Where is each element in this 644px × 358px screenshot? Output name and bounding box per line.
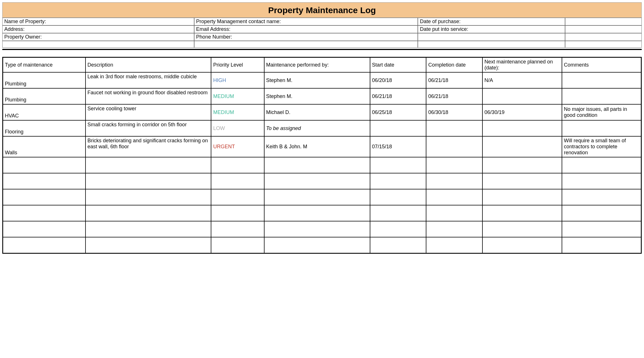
cell-type[interactable] <box>3 205 86 221</box>
cell-completion-date[interactable] <box>426 136 482 157</box>
cell-performed-by[interactable] <box>264 237 370 253</box>
cell-description[interactable]: Bricks deteriorating and significant cra… <box>86 136 211 157</box>
cell-completion-date[interactable] <box>426 205 482 221</box>
cell-performed-by[interactable]: To be assigned <box>264 120 370 136</box>
cell-priority[interactable] <box>211 237 264 253</box>
cell-completion-date[interactable] <box>426 120 482 136</box>
cell-next-maintenance[interactable] <box>482 157 562 173</box>
cell-comments[interactable] <box>562 205 641 221</box>
cell-type[interactable]: Plumbing <box>3 72 86 88</box>
cell-priority[interactable]: MEDIUM <box>211 88 264 104</box>
cell-priority[interactable] <box>211 205 264 221</box>
cell-performed-by[interactable]: Stephen M. <box>264 88 370 104</box>
info-phone[interactable]: Phone Number: <box>194 33 418 41</box>
cell-priority[interactable] <box>211 173 264 189</box>
cell-priority[interactable]: MEDIUM <box>211 104 264 120</box>
cell-comments[interactable] <box>562 189 641 205</box>
cell-comments[interactable] <box>562 157 641 173</box>
cell-completion-date[interactable] <box>426 157 482 173</box>
cell-start-date[interactable] <box>370 189 426 205</box>
cell-start-date[interactable] <box>370 173 426 189</box>
info-blank-1[interactable] <box>565 18 642 25</box>
cell-completion-date[interactable] <box>426 189 482 205</box>
cell-performed-by[interactable] <box>264 157 370 173</box>
cell-next-maintenance[interactable]: N/A <box>482 72 562 88</box>
cell-start-date[interactable] <box>370 205 426 221</box>
cell-next-maintenance[interactable] <box>482 173 562 189</box>
cell-priority[interactable] <box>211 157 264 173</box>
cell-completion-date[interactable] <box>426 237 482 253</box>
cell-priority[interactable]: URGENT <box>211 136 264 157</box>
cell-performed-by[interactable]: Stephen M. <box>264 72 370 88</box>
cell-type[interactable]: Flooring <box>3 120 86 136</box>
info-blank-6[interactable] <box>194 41 418 48</box>
cell-description[interactable] <box>86 157 211 173</box>
cell-next-maintenance[interactable] <box>482 88 562 104</box>
cell-performed-by[interactable] <box>264 189 370 205</box>
cell-comments[interactable]: No major issues, all parts in good condi… <box>562 104 641 120</box>
cell-next-maintenance[interactable] <box>482 205 562 221</box>
cell-start-date[interactable] <box>370 221 426 237</box>
cell-type[interactable] <box>3 157 86 173</box>
cell-type[interactable]: Plumbing <box>3 88 86 104</box>
info-name-of-property[interactable]: Name of Property: <box>2 18 194 25</box>
cell-start-date[interactable] <box>370 157 426 173</box>
cell-description[interactable]: Service cooling tower <box>86 104 211 120</box>
cell-description[interactable] <box>86 221 211 237</box>
info-address[interactable]: Address: <box>2 25 194 33</box>
cell-start-date[interactable]: 06/25/18 <box>370 104 426 120</box>
cell-completion-date[interactable]: 06/21/18 <box>426 72 482 88</box>
cell-start-date[interactable] <box>370 120 426 136</box>
cell-description[interactable]: Leak in 3rd floor male restrooms, middle… <box>86 72 211 88</box>
cell-comments[interactable] <box>562 72 641 88</box>
cell-next-maintenance[interactable] <box>482 221 562 237</box>
cell-type[interactable] <box>3 237 86 253</box>
cell-description[interactable]: Small cracks forming in corridor on 5th … <box>86 120 211 136</box>
cell-performed-by[interactable] <box>264 205 370 221</box>
cell-completion-date[interactable]: 06/21/18 <box>426 88 482 104</box>
cell-priority[interactable]: HIGH <box>211 72 264 88</box>
cell-completion-date[interactable] <box>426 221 482 237</box>
info-blank-8[interactable] <box>565 41 642 48</box>
cell-start-date[interactable]: 06/21/18 <box>370 88 426 104</box>
cell-description[interactable]: Faucet not working in ground floor disab… <box>86 88 211 104</box>
info-blank-2[interactable] <box>565 25 642 33</box>
cell-description[interactable] <box>86 173 211 189</box>
info-date-service[interactable]: Date put into service: <box>418 25 565 33</box>
cell-type[interactable]: HVAC <box>3 104 86 120</box>
cell-comments[interactable]: Will require a small team of contractors… <box>562 136 641 157</box>
cell-performed-by[interactable]: Keith B & John. M <box>264 136 370 157</box>
cell-priority[interactable]: LOW <box>211 120 264 136</box>
cell-comments[interactable] <box>562 221 641 237</box>
cell-comments[interactable] <box>562 237 641 253</box>
cell-next-maintenance[interactable]: 06/30/19 <box>482 104 562 120</box>
cell-priority[interactable] <box>211 189 264 205</box>
cell-next-maintenance[interactable] <box>482 120 562 136</box>
cell-comments[interactable] <box>562 88 641 104</box>
cell-performed-by[interactable]: Michael D. <box>264 104 370 120</box>
cell-type[interactable]: Walls <box>3 136 86 157</box>
cell-start-date[interactable]: 07/15/18 <box>370 136 426 157</box>
cell-completion-date[interactable]: 06/30/18 <box>426 104 482 120</box>
cell-type[interactable] <box>3 189 86 205</box>
cell-performed-by[interactable] <box>264 173 370 189</box>
info-blank-7[interactable] <box>418 41 565 48</box>
cell-next-maintenance[interactable] <box>482 136 562 157</box>
cell-description[interactable] <box>86 237 211 253</box>
info-blank-4[interactable] <box>565 33 642 41</box>
info-blank-3[interactable] <box>418 33 565 41</box>
cell-start-date[interactable]: 06/20/18 <box>370 72 426 88</box>
info-owner[interactable]: Property Owner: <box>2 33 194 41</box>
cell-next-maintenance[interactable] <box>482 237 562 253</box>
cell-completion-date[interactable] <box>426 173 482 189</box>
cell-description[interactable] <box>86 189 211 205</box>
info-date-purchase[interactable]: Date of purchase: <box>418 18 565 25</box>
cell-performed-by[interactable] <box>264 221 370 237</box>
cell-comments[interactable] <box>562 173 641 189</box>
cell-type[interactable] <box>3 221 86 237</box>
cell-comments[interactable] <box>562 120 641 136</box>
cell-description[interactable] <box>86 205 211 221</box>
cell-type[interactable] <box>3 173 86 189</box>
info-blank-5[interactable] <box>2 41 194 48</box>
cell-start-date[interactable] <box>370 237 426 253</box>
